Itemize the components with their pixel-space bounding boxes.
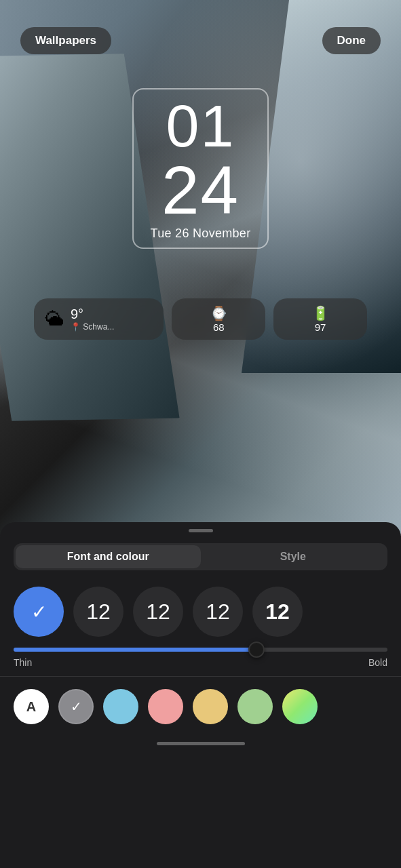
clock-minute: 24 [151, 156, 251, 224]
color-selector: A ✓ [0, 677, 401, 736]
font-option-medium[interactable]: 12 [193, 587, 243, 637]
font-num-bold: 12 [265, 599, 290, 625]
font-option-checkmark[interactable]: ✓ [14, 587, 64, 637]
weather-widget: 🌥 9° 📍 Schwa... [34, 298, 164, 340]
top-buttons: Wallpapers Done [0, 27, 401, 54]
color-white[interactable]: A [14, 689, 49, 724]
color-gradient[interactable] [282, 689, 318, 724]
bottom-sheet: Font and colour Style ✓ 12 12 12 12 Thin… [0, 522, 401, 868]
wallpaper [0, 0, 401, 536]
weather-temp: 9° [71, 307, 114, 322]
wallpapers-button[interactable]: Wallpapers [20, 27, 111, 54]
checkmark-icon: ✓ [31, 601, 47, 623]
tab-style[interactable]: Style [201, 545, 386, 568]
font-option-regular[interactable]: 12 [133, 587, 183, 637]
slider-fill [14, 648, 256, 652]
weather-location: 📍 Schwa... [71, 322, 114, 332]
font-selector: ✓ 12 12 12 12 [0, 570, 401, 648]
color-lightblue[interactable] [103, 689, 138, 724]
font-num-medium: 12 [206, 599, 230, 625]
color-gray-check-icon: ✓ [71, 698, 82, 715]
phone-preview: Wallpapers Done 01 24 Tue 26 November 🌥 … [0, 0, 401, 536]
color-pink[interactable] [148, 689, 183, 724]
slider-labels: Thin Bold [14, 657, 387, 668]
color-green[interactable] [237, 689, 273, 724]
font-option-thin[interactable]: 12 [73, 587, 123, 637]
battery-widget: 🔋 97 [273, 298, 367, 340]
clock-widget: 01 24 Tue 26 November [132, 88, 269, 249]
font-num-thin: 12 [86, 599, 111, 625]
clock-hour: 01 [151, 96, 251, 156]
weight-slider-container: Thin Bold [0, 648, 401, 668]
sheet-handle [189, 529, 213, 532]
color-gray[interactable]: ✓ [58, 689, 94, 724]
watch-icon: ⌚ [210, 305, 227, 321]
color-peach[interactable] [193, 689, 228, 724]
slider-min-label: Thin [14, 657, 32, 668]
battery-icon: 🔋 [312, 305, 329, 321]
tab-font-colour[interactable]: Font and colour [16, 545, 201, 568]
widgets-row: 🌥 9° 📍 Schwa... ⌚ 68 🔋 97 [34, 298, 367, 340]
color-white-label: A [26, 699, 36, 715]
font-num-regular: 12 [146, 599, 170, 625]
sheet-tabs: Font and colour Style [14, 543, 387, 570]
done-button[interactable]: Done [322, 27, 381, 54]
clock-date: Tue 26 November [151, 226, 251, 241]
watch-widget: ⌚ 68 [172, 298, 265, 340]
slider-thumb[interactable] [248, 642, 265, 658]
battery-value: 97 [315, 321, 326, 333]
weather-icon: 🌥 [45, 308, 64, 330]
font-option-bold[interactable]: 12 [252, 587, 303, 637]
home-indicator [157, 742, 245, 745]
slider-track[interactable] [14, 648, 387, 652]
slider-max-label: Bold [368, 657, 387, 668]
watch-value: 68 [213, 321, 225, 333]
